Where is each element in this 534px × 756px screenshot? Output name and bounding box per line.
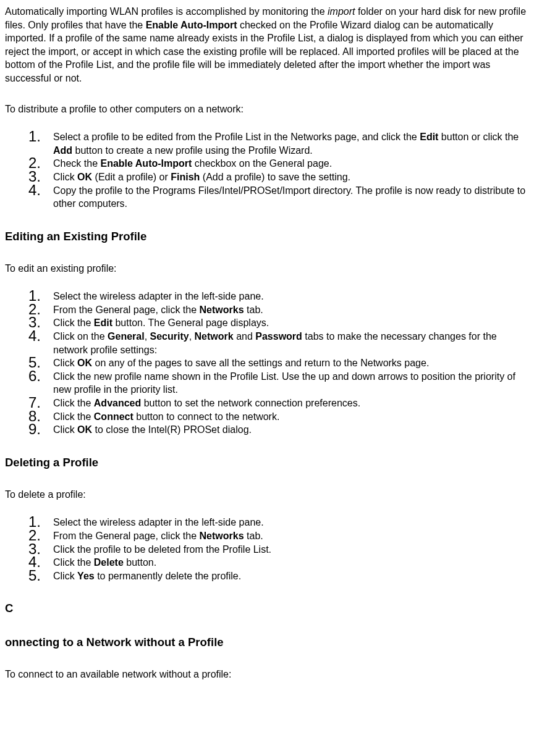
editing-step-1: Select the wireless adapter in the left-… <box>53 290 529 303</box>
connecting-intro: To connect to an available network witho… <box>5 668 529 681</box>
edit-bold: Edit <box>420 132 438 142</box>
general-bold: General <box>108 331 145 342</box>
deleting-heading: Deleting a Profile <box>5 455 529 471</box>
deleting-step-5: Click Yes to permanently delete the prof… <box>53 569 529 583</box>
networks-bold: Networks <box>200 304 244 315</box>
deleting-step-3: Click the profile to be deleted from the… <box>53 543 529 556</box>
add-bold: Add <box>53 145 72 156</box>
security-bold: Security <box>150 331 189 342</box>
finish-bold: Finish <box>171 172 200 182</box>
distribute-intro: To distribute a profile to other compute… <box>5 103 529 116</box>
ok-bold: OK <box>77 358 92 368</box>
distribute-step-4: Copy the profile to the Programs Files/I… <box>53 184 529 211</box>
deleting-step-4: Click the Delete button. <box>53 556 529 569</box>
distribute-step-2: Check the Enable Auto-Import checkbox on… <box>53 157 529 170</box>
password-bold: Password <box>255 331 302 342</box>
orphan-c-heading: C <box>5 601 529 616</box>
editing-step-6: Click the new profile name shown in the … <box>53 370 529 397</box>
editing-step-8: Click the Connect button to connect to t… <box>53 410 529 424</box>
network-bold: Network <box>195 331 234 342</box>
deleting-step-1: Select the wireless adapter in the left-… <box>53 516 529 529</box>
intro-import-italic: import <box>328 6 355 17</box>
editing-step-2: From the General page, click the Network… <box>53 303 529 317</box>
advanced-bold: Advanced <box>94 398 141 408</box>
intro-seg1: Automatically importing WLAN profiles is… <box>5 6 328 17</box>
connecting-heading: onnecting to a Network without a Profile <box>5 635 529 650</box>
editing-step-3: Click the Edit button. The General page … <box>53 316 529 330</box>
deleting-list: Select the wireless adapter in the left-… <box>5 516 529 582</box>
distribute-list: Select a profile to be edited from the P… <box>5 130 529 211</box>
intro-enable-auto-import: Enable Auto-Import <box>146 20 237 30</box>
distribute-step-1: Select a profile to be edited from the P… <box>53 130 529 157</box>
editing-step-4: Click on the General, Security, Network … <box>53 330 529 356</box>
ok-bold: OK <box>77 172 92 182</box>
edit-bold: Edit <box>94 317 112 328</box>
intro-paragraph: Automatically importing WLAN profiles is… <box>5 5 529 85</box>
networks-bold: Networks <box>200 531 244 541</box>
editing-heading: Editing an Existing Profile <box>5 229 529 245</box>
yes-bold: Yes <box>77 571 95 581</box>
distribute-step-3: Click OK (Edit a profile) or Finish (Add… <box>53 170 529 184</box>
editing-step-7: Click the Advanced button to set the net… <box>53 397 529 410</box>
editing-step-5: Click OK on any of the pages to save all… <box>53 356 529 370</box>
editing-step-9: Click OK to close the Intel(R) PROSet di… <box>53 423 529 437</box>
connect-bold: Connect <box>94 411 134 422</box>
deleting-step-2: From the General page, click the Network… <box>53 529 529 543</box>
enable-auto-import-bold: Enable Auto-Import <box>100 158 192 169</box>
editing-list: Select the wireless adapter in the left-… <box>5 290 529 437</box>
editing-intro: To edit an existing profile: <box>5 262 529 275</box>
ok-bold: OK <box>77 424 92 435</box>
deleting-intro: To delete a profile: <box>5 488 529 502</box>
delete-bold: Delete <box>94 557 124 568</box>
